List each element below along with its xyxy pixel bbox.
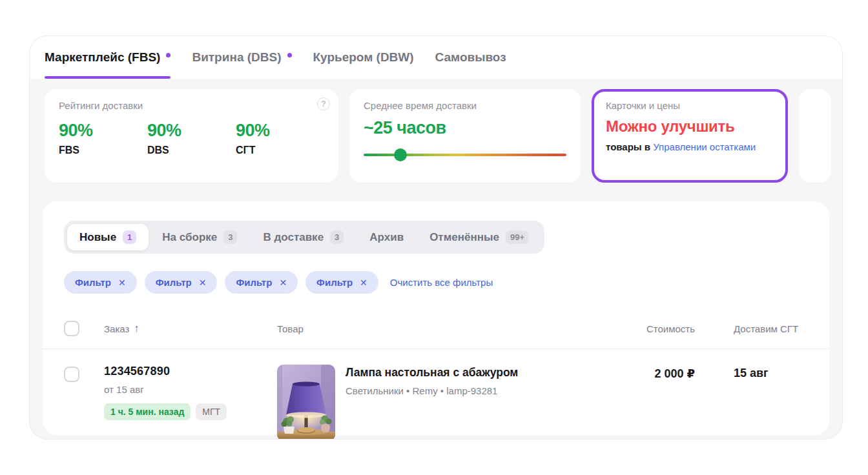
product-cell: Лампа настольная с абажуром Светильники … bbox=[277, 365, 610, 440]
product-image bbox=[277, 365, 335, 440]
cards-and-prices-card: Карточки и цены Можно улучшить товары в … bbox=[592, 89, 788, 183]
count-badge: 3 bbox=[223, 230, 237, 244]
close-icon[interactable]: ✕ bbox=[118, 278, 126, 288]
rating-value: 90% bbox=[147, 121, 236, 141]
price-column-header: Стоимость bbox=[610, 323, 695, 334]
table-header: Заказ ↑ Товар Стоимость Доставим СГТ bbox=[43, 317, 829, 349]
avg-delivery-time-card: Среднее время доставки ~25 часов bbox=[349, 89, 581, 183]
stats-cards-row: Рейтинги доставки ? 90% FBS 90% DBS 90% … bbox=[45, 89, 831, 183]
filter-chip-label: Фильтр bbox=[316, 277, 353, 288]
tab-pickup[interactable]: Самовывоз bbox=[435, 36, 506, 79]
delivery-ratings-card: Рейтинги доставки ? 90% FBS 90% DBS 90% … bbox=[45, 89, 338, 183]
mgt-badge: МГТ bbox=[196, 403, 227, 420]
row-checkbox[interactable] bbox=[64, 367, 79, 382]
notification-dot-icon bbox=[287, 53, 292, 57]
delivery-time-scale bbox=[364, 148, 566, 161]
order-tab-label: На сборке bbox=[162, 231, 217, 244]
order-tab-assembly[interactable]: На сборке 3 bbox=[150, 224, 249, 250]
order-date: от 15 авг bbox=[104, 384, 277, 395]
filters-row: Фильтр ✕ Фильтр ✕ Фильтр ✕ Фильтр ✕ Очис… bbox=[64, 271, 808, 294]
sort-asc-icon[interactable]: ↑ bbox=[134, 323, 139, 334]
rating-dbs: 90% DBS bbox=[147, 121, 236, 156]
tab-label: Маркетплейс (FBS) bbox=[45, 50, 160, 65]
count-badge: 3 bbox=[330, 230, 344, 244]
rating-fbs: 90% FBS bbox=[59, 121, 147, 156]
order-tab-label: В доставке bbox=[263, 231, 324, 244]
tab-label: Курьером (DBW) bbox=[313, 50, 414, 65]
help-icon[interactable]: ? bbox=[317, 97, 330, 110]
product-title: Лампа настольная с абажуром bbox=[346, 366, 518, 379]
filter-chip-label: Фильтр bbox=[236, 277, 272, 288]
card-title: Карточки и цены bbox=[606, 100, 774, 111]
close-icon[interactable]: ✕ bbox=[199, 278, 207, 288]
tab-courier-dbw[interactable]: Курьером (DBW) bbox=[313, 36, 414, 79]
filter-chip-label: Фильтр bbox=[156, 277, 192, 288]
order-tab-label: Архив bbox=[369, 231, 404, 244]
slider-knob[interactable] bbox=[394, 148, 407, 161]
select-all-checkbox[interactable] bbox=[64, 321, 79, 336]
product-meta: Светильники • Remy • lamp-93281 bbox=[346, 385, 518, 396]
filter-chip[interactable]: Фильтр ✕ bbox=[225, 271, 298, 294]
tab-label: Самовывоз bbox=[435, 50, 506, 65]
tab-vitrina-dbs[interactable]: Витрина (DBS) bbox=[192, 36, 291, 79]
table-row[interactable]: 1234567890 от 15 авг 1 ч. 5 мин. назад М… bbox=[43, 349, 829, 440]
price-cell: 2 000 ₽ bbox=[610, 365, 695, 381]
partial-card bbox=[799, 89, 831, 183]
improvable-status: Можно улучшить bbox=[606, 117, 774, 136]
order-status-tabs: Новые 1 На сборке 3 В доставке 3 Архив О… bbox=[64, 221, 544, 254]
active-tab-underline bbox=[45, 76, 170, 79]
notification-dot-icon bbox=[166, 53, 170, 57]
card-title: Рейтинги доставки bbox=[59, 100, 324, 111]
close-icon[interactable]: ✕ bbox=[279, 278, 287, 288]
order-id: 1234567890 bbox=[104, 365, 277, 378]
rating-label: FBS bbox=[59, 145, 147, 156]
note-prefix: товары в bbox=[606, 141, 653, 152]
tab-marketplace-fbs[interactable]: Маркетплейс (FBS) bbox=[45, 36, 170, 79]
clear-all-filters-link[interactable]: Очистить все фильтры bbox=[390, 277, 493, 288]
tab-label: Витрина (DBS) bbox=[192, 50, 281, 65]
order-tab-cancelled[interactable]: Отменённые 99+ bbox=[417, 224, 541, 250]
order-tab-in-delivery[interactable]: В доставке 3 bbox=[251, 224, 356, 250]
rating-label: DBS bbox=[147, 145, 236, 156]
order-column-header: Заказ bbox=[104, 323, 129, 334]
order-tab-new[interactable]: Новые 1 bbox=[67, 224, 149, 250]
filter-chip-label: Фильтр bbox=[75, 277, 111, 288]
filter-chip[interactable]: Фильтр ✕ bbox=[145, 271, 218, 294]
order-cell: 1234567890 от 15 авг 1 ч. 5 мин. назад М… bbox=[104, 365, 277, 420]
rating-value: 90% bbox=[59, 121, 147, 141]
stock-management-link[interactable]: Управлении остатками bbox=[653, 141, 756, 152]
product-column-header: Товар bbox=[277, 323, 610, 334]
order-tab-label: Отменённые bbox=[429, 231, 499, 244]
order-tab-archive[interactable]: Архив bbox=[357, 225, 416, 250]
count-badge: 99+ bbox=[506, 230, 529, 244]
orders-table: Заказ ↑ Товар Стоимость Доставим СГТ 123… bbox=[43, 317, 829, 440]
count-badge: 1 bbox=[123, 230, 136, 244]
filter-chip[interactable]: Фильтр ✕ bbox=[305, 271, 378, 294]
close-icon[interactable]: ✕ bbox=[360, 278, 367, 288]
seller-dashboard-panel: Маркетплейс (FBS) Витрина (DBS) Курьером… bbox=[29, 35, 843, 440]
delivery-column-header: Доставим СГТ bbox=[695, 323, 808, 334]
rating-label: СГТ bbox=[236, 145, 324, 156]
time-ago-badge: 1 ч. 5 мин. назад bbox=[104, 403, 191, 420]
delivery-model-tabs: Маркетплейс (FBS) Витрина (DBS) Курьером… bbox=[30, 36, 842, 79]
filter-chip[interactable]: Фильтр ✕ bbox=[64, 271, 137, 294]
rating-value: 90% bbox=[236, 121, 324, 141]
stock-management-note: товары в Управлении остатками bbox=[606, 141, 774, 152]
avg-time-value: ~25 часов bbox=[364, 118, 566, 138]
orders-section: Новые 1 На сборке 3 В доставке 3 Архив О… bbox=[43, 201, 829, 435]
delivery-date-cell: 15 авг bbox=[695, 365, 808, 380]
rating-sgt: 90% СГТ bbox=[236, 121, 324, 156]
card-title: Среднее время доставки bbox=[364, 100, 566, 111]
order-tab-label: Новые bbox=[79, 231, 116, 244]
